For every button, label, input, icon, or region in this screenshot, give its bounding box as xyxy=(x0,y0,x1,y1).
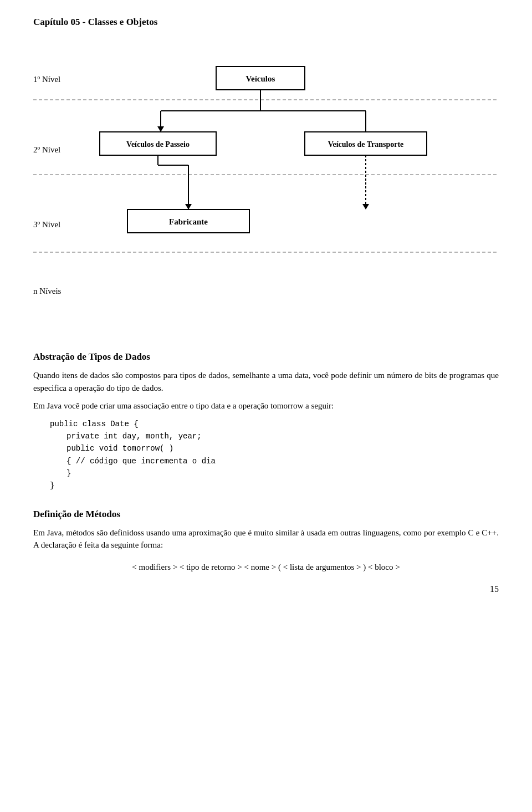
svg-text:3º Nível: 3º Nível xyxy=(33,220,60,229)
code-line-2: private int day, month, year; xyxy=(66,430,499,442)
svg-marker-25 xyxy=(362,204,369,210)
svg-marker-12 xyxy=(157,126,164,132)
code-line-3: public void tomorrow( ) xyxy=(66,442,499,454)
page-header: Capítulo 05 - Classes e Objetos xyxy=(33,17,499,28)
code-line-1: public class Date { xyxy=(50,418,499,430)
code-line-5: } xyxy=(66,467,499,479)
svg-text:n Níveis: n Níveis xyxy=(33,287,62,295)
svg-text:1º Nível: 1º Nível xyxy=(33,75,60,84)
svg-text:Veículos de Transporte: Veículos de Transporte xyxy=(328,140,404,149)
methods-formula: < modifiers > < tipo de retorno > < nome… xyxy=(33,563,499,572)
svg-text:Veículos: Veículos xyxy=(246,74,275,83)
code-line-6: } xyxy=(50,479,499,492)
code-block: public class Date { private int day, mon… xyxy=(50,418,499,492)
section-methods-p1: Em Java, métodos são definidoss usando u… xyxy=(33,527,499,551)
svg-text:Veículos de Passeio: Veículos de Passeio xyxy=(126,140,190,149)
section-abstraction-p1: Quando itens de dados são compostos para… xyxy=(33,369,499,394)
code-line-4: { // código que incrementa o dia xyxy=(66,455,499,467)
section-abstracion-title: Abstração de Tipos de Dados xyxy=(33,351,499,362)
diagram-section: 1º Nível 2º Nível 3º Nível n Níveis Veíc… xyxy=(33,44,499,335)
section-methods-title: Definição de Métodos xyxy=(33,509,499,520)
svg-text:Fabricante: Fabricante xyxy=(169,217,208,226)
svg-text:2º Nível: 2º Nível xyxy=(33,145,60,154)
page-number: 15 xyxy=(490,584,499,594)
hierarchy-diagram: 1º Nível 2º Nível 3º Nível n Níveis Veíc… xyxy=(33,44,499,333)
section-abstraction-p2: Em Java você pode criar uma associação e… xyxy=(33,400,499,412)
svg-marker-23 xyxy=(185,204,192,210)
